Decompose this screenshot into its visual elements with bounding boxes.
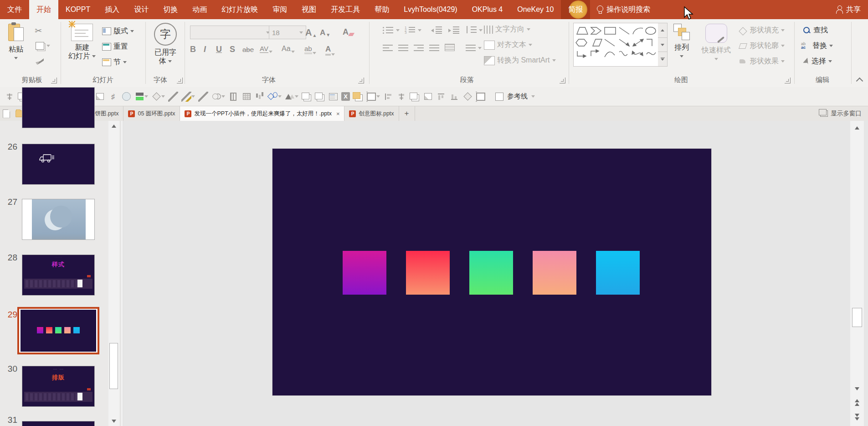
cut-button[interactable]: ✂ <box>35 26 42 36</box>
text-direction-button[interactable]: 文字方向 <box>484 25 530 34</box>
dropdown-caret-icon[interactable] <box>144 95 148 98</box>
main-scrollbar-thumb[interactable] <box>852 308 862 327</box>
font-size-combo[interactable]: 18 <box>269 26 306 39</box>
slide-27-thumbnail[interactable] <box>22 199 95 240</box>
main-scrollbar[interactable] <box>850 121 864 426</box>
font-name-combo[interactable] <box>190 26 273 39</box>
paste-button[interactable]: 粘贴 <box>8 23 24 59</box>
drawing-dialog-launcher[interactable] <box>785 78 791 83</box>
numbering-button[interactable]: 123 <box>405 26 421 34</box>
align-text-button[interactable]: 对齐文本 <box>484 40 532 50</box>
replace-picture-icon[interactable] <box>95 92 105 102</box>
dropdown-caret-icon[interactable] <box>295 95 298 98</box>
paragraph-dialog-launcher[interactable] <box>560 78 565 83</box>
previous-slide-button[interactable] <box>850 397 864 407</box>
oval-shape-icon[interactable] <box>121 92 131 102</box>
menu-tab-KOPPT[interactable]: KOPPT <box>58 0 98 19</box>
file-tab-3[interactable]: P发现一个PPT小插件，使用起来爽爆了，太好用！.pptx× <box>180 106 344 121</box>
menu-tab-5[interactable]: 切换 <box>156 0 185 19</box>
slide-canvas[interactable] <box>272 149 711 395</box>
change-case-button[interactable]: Aa <box>282 45 295 53</box>
clear-formatting-button[interactable]: A <box>343 27 354 37</box>
align-center-button[interactable] <box>398 45 408 51</box>
ungroup-objects-icon[interactable] <box>315 92 325 102</box>
arrange-button[interactable]: 排列 <box>673 24 690 57</box>
highlight-button[interactable]: ab <box>304 45 316 54</box>
format-paint-icon[interactable] <box>462 92 473 102</box>
outline-eyedropper-icon[interactable] <box>168 92 178 102</box>
shapes-gallery[interactable] <box>573 23 659 67</box>
size-box-icon[interactable] <box>366 92 376 102</box>
section-button[interactable]: 节 <box>102 57 127 67</box>
bold-button[interactable]: B <box>190 45 196 54</box>
shape-fill-button[interactable]: 形状填充 <box>739 26 785 35</box>
quick-styles-button[interactable]: 快速样式 <box>702 24 731 60</box>
usedfont-dialog-launcher[interactable] <box>177 78 183 83</box>
menu-tab-4[interactable]: 设计 <box>127 0 156 19</box>
shapes-gallery-scrollbar[interactable] <box>658 23 668 67</box>
font-dialog-launcher[interactable] <box>358 78 364 83</box>
decrease-font-button[interactable]: A▼ <box>320 28 330 37</box>
menu-tab-0[interactable]: 文件 <box>0 0 29 19</box>
fill-bucket-icon[interactable] <box>151 92 161 102</box>
line-spacing-button[interactable] <box>466 26 483 34</box>
shadow-button[interactable]: S <box>230 45 235 54</box>
justify-button[interactable] <box>429 45 439 51</box>
italic-button[interactable]: I <box>204 45 206 54</box>
swap-size-icon[interactable] <box>476 92 486 102</box>
menu-tab-9[interactable]: 视图 <box>294 0 324 19</box>
slide-31-thumbnail[interactable] <box>22 421 95 426</box>
shape-effects-button[interactable]: 形状效果 <box>739 57 785 66</box>
copy-button[interactable] <box>36 42 50 50</box>
menu-tab-3[interactable]: 插入 <box>98 0 127 19</box>
collapse-ribbon-button[interactable] <box>856 78 863 83</box>
panel-divider[interactable] <box>121 121 123 426</box>
slide-29-selected-frame[interactable] <box>17 307 99 354</box>
dropdown-caret-icon[interactable] <box>278 95 282 98</box>
align-center-h-icon[interactable] <box>396 92 406 102</box>
close-tab-icon[interactable]: × <box>334 110 340 117</box>
increase-indent-button[interactable] <box>448 26 459 34</box>
strikethrough-button[interactable]: abe <box>242 46 254 53</box>
menu-tab-LvyhTools0429[interactable]: LvyhTools(0429) <box>396 0 464 19</box>
gallery-down-icon[interactable] <box>658 38 667 52</box>
bar-chart-icon[interactable] <box>255 92 265 102</box>
file-tab-2[interactable]: P05 圆环图.pptx <box>123 106 180 121</box>
shape-outline-button[interactable]: 形状轮廓 <box>739 41 785 51</box>
columns-button[interactable] <box>466 45 482 51</box>
share-button[interactable]: 共享 <box>829 0 868 19</box>
decrease-indent-button[interactable] <box>431 26 442 34</box>
guides-checkbox[interactable] <box>495 93 503 101</box>
next-slide-button[interactable] <box>850 412 864 422</box>
menu-tab-7[interactable]: 幻灯片放映 <box>214 0 265 19</box>
select-button[interactable]: 选择 <box>803 57 832 66</box>
align-left-edge-icon[interactable] <box>383 92 393 102</box>
guides-toggle[interactable]: 参考线 <box>495 92 535 101</box>
symbol-icon[interactable]: ♯ <box>108 92 118 102</box>
align-top-icon[interactable] <box>436 92 446 102</box>
panel-scroll-up-button[interactable] <box>108 121 119 131</box>
excel-icon[interactable]: X <box>341 92 350 101</box>
edit-pen-icon[interactable] <box>181 92 191 102</box>
panel-scrollbar-thumb[interactable] <box>109 343 118 389</box>
pick-color-eyedropper-icon[interactable] <box>198 92 208 102</box>
align-bottom-icon[interactable] <box>449 92 459 102</box>
main-scroll-up-button[interactable] <box>850 123 864 133</box>
replace-button[interactable]: abac 替换 <box>801 41 833 51</box>
show-multi-window-button[interactable]: 显示多窗口 <box>820 106 868 121</box>
gradient-square-magenta[interactable] <box>343 251 386 295</box>
gallery-up-icon[interactable] <box>658 23 667 38</box>
rotate-flip-icon[interactable] <box>285 92 295 102</box>
slide-26-thumbnail[interactable] <box>22 144 95 185</box>
insert-shapes-icon[interactable] <box>268 92 278 102</box>
gradient-square-green[interactable] <box>469 251 513 295</box>
format-painter-button[interactable] <box>36 58 44 65</box>
new-tab-button[interactable]: + <box>399 106 415 121</box>
gradient-square-cyan[interactable] <box>596 251 640 295</box>
text-box-icon[interactable] <box>328 92 338 102</box>
panel-scrollbar[interactable] <box>108 121 119 426</box>
file-tab-4[interactable]: P创意图标.pptx <box>344 106 399 121</box>
menu-tab-OKPlus4[interactable]: OKPlus 4 <box>465 0 510 19</box>
edit-table-icon[interactable] <box>241 92 252 102</box>
bullets-button[interactable] <box>383 26 400 34</box>
